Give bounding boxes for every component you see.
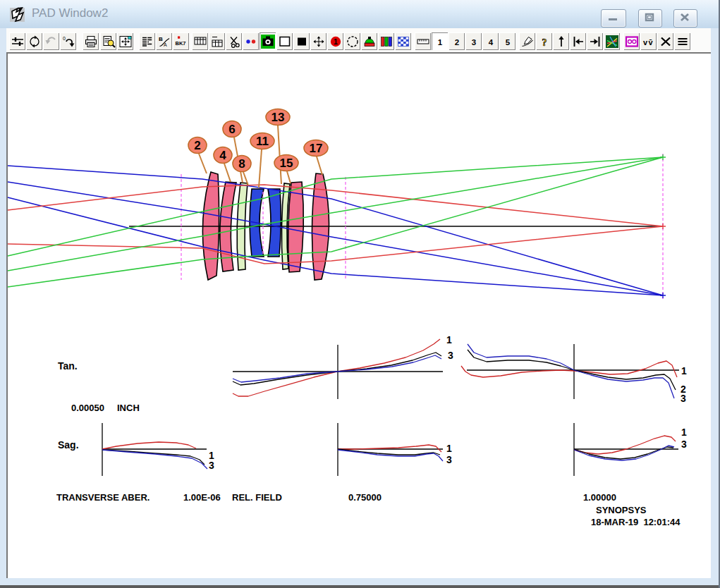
svg-text:5: 5 (505, 37, 510, 46)
close-button[interactable] (673, 9, 697, 27)
arrow-last-icon (588, 35, 602, 49)
toolbar-button-print-preview[interactable] (100, 32, 116, 50)
aberration-title: TRANSVERSE ABER. (56, 492, 150, 503)
toolbar-button-go-last[interactable] (587, 32, 603, 50)
arrow-up-icon (554, 35, 568, 49)
app-icon (9, 6, 27, 23)
toolbar-button-field-vars[interactable]: vv̄ (640, 32, 657, 50)
red-circle-1-icon: 1 (329, 35, 343, 49)
toolbar-button-lens-listing[interactable] (139, 32, 155, 50)
preview-icon (102, 35, 116, 49)
toolbar-button-glass-catalog[interactable]: BK7 (173, 32, 189, 50)
table-top-icon (193, 35, 207, 49)
scale-unit: INCH (117, 403, 140, 413)
toolbar-button-rgb-bars[interactable] (378, 32, 394, 50)
redo0-icon: 0 (61, 35, 75, 49)
menu-bars-icon (676, 35, 690, 49)
toolbar-button-sign-pen[interactable] (519, 32, 535, 50)
toolbar-button-ray-dots[interactable] (243, 32, 259, 50)
toolbar-button-fit-drawing[interactable] (310, 32, 327, 50)
arrow-first-icon (571, 35, 585, 49)
toolbar: 0BABK7112345?vv̄ (6, 28, 720, 52)
toolbar-button-adjust-sliders[interactable] (9, 32, 25, 50)
num-icon: 3 (467, 35, 481, 49)
toolbar-button-go-first[interactable] (570, 32, 586, 50)
toolbar-button-menu[interactable] (674, 32, 690, 50)
rel-field-label: REL. FIELD (232, 492, 282, 503)
toolbar-button-pattern[interactable] (395, 32, 411, 50)
toolbar-button-circle[interactable] (344, 32, 360, 50)
toolbar-button-help[interactable]: ? (536, 32, 552, 50)
toolbar-button-view-2[interactable]: 2 (449, 32, 465, 50)
toolbar-button-close-pad[interactable] (657, 32, 673, 50)
toolbar-button-black-square[interactable] (293, 32, 310, 50)
field-value-1: 1.00E-06 (183, 492, 221, 503)
square-outline-icon (278, 35, 292, 49)
toolbar-button-print[interactable] (83, 32, 99, 50)
surface-bubble-2[interactable] (188, 137, 207, 154)
toolbar-button-cut[interactable] (226, 32, 242, 50)
scale-value: 0.00050 (71, 403, 104, 413)
svg-text:v̄: v̄ (648, 37, 653, 46)
surface-bubble-8[interactable] (233, 156, 251, 172)
window-frame-left (0, 28, 6, 588)
surface-bubble-13[interactable] (266, 109, 290, 125)
synopsys-brand: SYNOPSYS (596, 505, 647, 515)
toolbar-button-camera[interactable] (260, 32, 276, 50)
pad-window: PAD Window2 0BABK7112345?vv̄ Tan. Sag. 0… (0, 0, 720, 588)
surface-bubble-6[interactable] (223, 121, 241, 137)
svg-text:1: 1 (437, 37, 442, 46)
svg-text:?: ? (542, 37, 547, 47)
surface-bubble-17[interactable] (304, 140, 328, 157)
svg-text:1: 1 (334, 37, 338, 45)
svg-text:BK7: BK7 (175, 40, 185, 47)
datetime-stamp: 18-MAR-19 12:01:44 (591, 517, 680, 527)
table-bottom-icon (210, 35, 224, 49)
svg-text:B: B (159, 36, 163, 42)
toolbar-button-arrow-up[interactable] (553, 32, 569, 50)
toolbar-button-spreadsheet-bottom[interactable] (209, 32, 225, 50)
toolbar-button-mask[interactable] (361, 32, 377, 50)
x-mark-icon (659, 35, 673, 49)
toolbar-button-film[interactable] (623, 32, 640, 50)
surface-bubble-11[interactable] (250, 133, 274, 149)
toolbar-button-undo[interactable] (43, 32, 59, 50)
toolbar-button-spreadsheet-top[interactable] (192, 32, 208, 50)
surface-bubble-4[interactable] (214, 147, 232, 164)
svg-text:v: v (643, 37, 648, 46)
rays-icon (605, 35, 619, 49)
window-title: PAD Window2 (32, 6, 108, 20)
toolbar-button-white-square[interactable] (276, 32, 293, 50)
maximize-button[interactable] (638, 9, 662, 27)
window-frame-bottom-edge (0, 585, 720, 588)
field-value-2: 0.75000 (348, 492, 382, 503)
toolbar-button-edit-profile[interactable]: BA (156, 32, 172, 50)
toolbar-button-view-4[interactable]: 4 (482, 32, 499, 50)
surface-bubble-15[interactable] (274, 155, 298, 171)
minimize-button[interactable] (601, 9, 626, 27)
toolbar-button-view-5[interactable]: 5 (499, 32, 515, 50)
svg-text:0: 0 (63, 36, 66, 41)
num-icon: 5 (501, 35, 515, 49)
rgb-icon (379, 35, 393, 49)
circle-outline-icon (346, 35, 360, 49)
ba-curve-icon: BA (157, 35, 171, 49)
toolbar-button-redo[interactable]: 0 (60, 32, 76, 50)
sliders-icon (11, 35, 25, 49)
fitbox-icon (312, 35, 326, 49)
sagittal-label: Sag. (58, 439, 79, 451)
rotate-icon (28, 35, 42, 49)
film-icon (625, 35, 639, 49)
num-icon: 2 (450, 35, 464, 49)
window-frame-bottom (0, 578, 720, 585)
svg-text:2: 2 (454, 37, 458, 46)
toolbar-button-ray-trace[interactable] (604, 32, 620, 50)
printer-icon (84, 35, 98, 49)
toolbar-button-view-1[interactable]: 1 (432, 32, 448, 50)
toolbar-button-rotate[interactable] (26, 32, 42, 50)
toolbar-button-marker-1[interactable]: 1 (327, 32, 343, 50)
toolbar-button-fit-window[interactable] (117, 32, 133, 50)
toolbar-button-ruler[interactable] (415, 32, 431, 50)
scissors-icon (227, 35, 241, 49)
toolbar-button-view-3[interactable]: 3 (465, 32, 482, 50)
